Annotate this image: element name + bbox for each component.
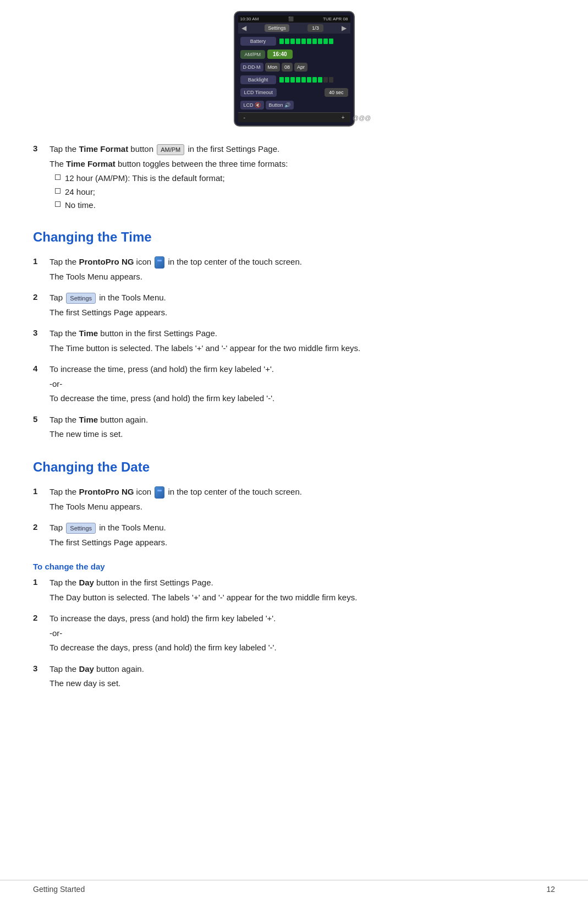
nav-right-arrow[interactable]: ▶ [342,24,347,32]
day-step1-content: Tap the Day button in the first Settings… [50,577,555,606]
time-step1-icon: icon [136,257,154,266]
backlight-seg-9 [323,77,328,83]
date-steps-section: 1 Tap the ProntoPro NG icon in the top c… [33,486,555,551]
settings-inline-btn-2[interactable]: Settings [66,523,96,534]
time-step3-content: Tap the Time button in the first Setting… [50,327,555,357]
time-steps-section: 1 Tap the ProntoPro NG icon in the top c… [33,256,555,443]
day-step2-text2: To decrease the days, press (and hold) t… [50,642,555,654]
battery-seg-10 [329,39,333,44]
time-step1-text: Tap the ProntoPro NG icon in the top cen… [50,256,555,269]
day-steps-section: 1 Tap the Day button in the first Settin… [33,577,555,692]
day-step2-text1: To increase the days, press (and hold) t… [50,612,555,625]
ampm-inline-button[interactable]: AM/PM [157,144,184,156]
step3-text-after: in the first Settings Page. [188,144,279,154]
step3-time-format-section: 3 Tap the Time Format button AM/PM in th… [33,143,555,213]
step3-sub-bold: Time Format [66,159,116,168]
step3-main-text: Tap the Time Format button AM/PM in the … [50,143,555,156]
time-step2-text: Tap Settings in the Tools Menu. [50,292,555,304]
day-label: Mon [265,63,281,72]
backlight-seg-2 [285,77,289,83]
changing-date-heading: Changing the Date [33,459,555,475]
step3-bold: Time Format [79,144,128,154]
time-step5-bold: Time [79,415,98,424]
battery-seg-7 [312,39,317,44]
device-bottom-row: LCD 🔇 Button 🔊 [238,100,350,111]
battery-seg-4 [296,39,300,44]
at-signs: @@@ [353,114,371,121]
time-step1-num: 1 [33,256,50,266]
time-step1: 1 Tap the ProntoPro NG icon in the top c… [33,256,555,286]
checkbox-icon-3 [55,201,61,207]
time-step4-content: To increase the time, press (and hold) t… [50,363,555,407]
time-step4-text2: To decrease the time, press (and hold) t… [50,392,555,405]
time-step1-bold: ProntoPro NG [79,257,134,266]
device-screenshot-container: 10:30 AM ⬛ TUE APR 08 ◀ Settings 1/3 ▶ B… [33,11,555,127]
date-step1-sub: The Tools Menu appears. [50,501,555,513]
footer-right: 12 [546,885,555,894]
nav-left-arrow[interactable]: ◀ [241,24,246,32]
time-step5-sub: The new time is set. [50,428,555,441]
time-step3-text: Tap the Time button in the first Setting… [50,327,555,340]
day-value: 08 [282,63,293,72]
step3-sub-text: The Time Format button toggles between t… [50,158,555,171]
day-step1-sub: The Day button is selected. The labels '… [50,592,555,604]
time-step2-num: 2 [33,292,50,302]
footer-plus[interactable]: + [342,114,345,121]
settings-inline-btn-1[interactable]: Settings [66,293,96,304]
lcd-timeout-label: LCD Timeout [240,88,277,97]
time-step3-sub: The Time button is selected. The labels … [50,342,555,355]
date-step1-num: 1 [33,486,50,496]
time-step3-num: 3 [33,327,50,337]
time-step5: 5 Tap the Time button again. The new tim… [33,414,555,443]
page-footer: Getting Started 12 [0,880,588,898]
button-btn[interactable]: Button 🔊 [266,101,294,109]
day-step1-text: Tap the Day button in the first Settings… [50,577,555,589]
step3-time-format-item: 3 Tap the Time Format button AM/PM in th… [33,143,555,213]
time-step4-num: 4 [33,363,50,373]
checkbox-icon-2 [55,188,61,194]
time-step3: 3 Tap the Time button in the first Setti… [33,327,555,357]
device-ampm-row: AM/PM 16:40 [238,48,350,60]
backlight-seg-7 [312,77,317,83]
battery-seg-8 [318,39,322,44]
backlight-seg-8 [318,77,322,83]
backlight-seg-6 [307,77,311,83]
date-mode-btn[interactable]: D·DD·M [240,63,263,72]
battery-bar [279,39,333,44]
lcd-btn[interactable]: LCD 🔇 [240,101,264,109]
button-speaker-icon: 🔊 [284,102,290,108]
lcd-speaker-icon: 🔇 [255,102,261,108]
change-day-subheading: To change the day [33,562,555,571]
step3-sub-text2: button toggles between the three time fo… [118,159,288,168]
checkbox-icon-1 [55,174,61,180]
day-step1-num: 1 [33,577,50,587]
lcd-timeout-value: 40 sec [325,88,348,97]
date-step1: 1 Tap the ProntoPro NG icon in the top c… [33,486,555,516]
device-time: 10:30 AM [240,17,259,21]
device-date-row: D·DD·M Mon 08 Apr [238,62,350,73]
time-step4-or: -or- [50,378,555,391]
backlight-seg-5 [301,77,306,83]
day-step3-sub: The new day is set. [50,677,555,690]
changing-time-heading: Changing the Time [33,229,555,245]
date-step1-icon-label: icon [136,487,154,496]
date-step1-bold: ProntoPro NG [79,487,134,496]
day-step2-or: -or- [50,627,555,640]
day-step2: 2 To increase the days, press (and hold)… [33,612,555,656]
day-step2-num: 2 [33,612,50,622]
button-label: Button [269,102,283,108]
battery-seg-9 [323,39,328,44]
date-step2-content: Tap Settings in the Tools Menu. The firs… [50,522,555,551]
step3-content: Tap the Time Format button AM/PM in the … [50,143,555,213]
day-step3-content: Tap the Day button again. The new day is… [50,663,555,692]
date-step1-text: Tap the ProntoPro NG icon in the top cen… [50,486,555,499]
backlight-seg-10 [329,77,333,83]
time-step3-bold: Time [79,328,98,338]
device-backlight-row: Backlight [238,74,350,85]
ampm-button[interactable]: AM/PM [240,50,266,59]
time-display: 16:40 [267,50,293,59]
backlight-label: Backlight [240,75,276,84]
battery-seg-2 [285,39,289,44]
footer-minus[interactable]: - [244,114,245,121]
battery-seg-6 [307,39,311,44]
